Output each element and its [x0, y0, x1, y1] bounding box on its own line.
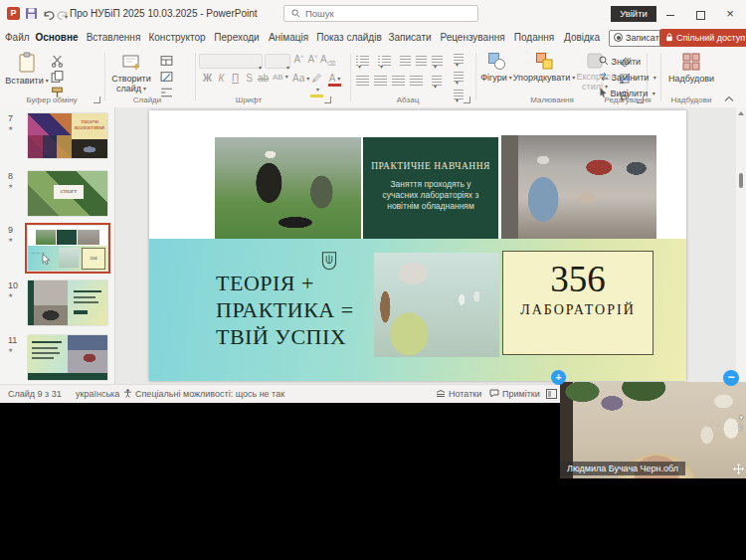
align-text-icon[interactable] [454, 72, 464, 82]
close-button[interactable]: × [716, 0, 744, 28]
clipboard-dialog-launcher[interactable] [93, 96, 100, 103]
ribbon: Вставити Буфер обміну Створити слайд [0, 50, 746, 108]
clear-formatting-icon[interactable]: А⌫ [320, 54, 333, 67]
tab-home[interactable]: Основне [34, 28, 80, 52]
grow-font-icon[interactable]: А˄ [292, 54, 305, 65]
tab-review[interactable]: Рецензування [438, 28, 507, 50]
text-direction-icon[interactable] [454, 54, 464, 64]
tab-animations[interactable]: Анімація [266, 28, 311, 50]
letterbox-bottom [0, 479, 746, 560]
tab-insert[interactable]: Вставлення [86, 28, 141, 50]
camera-chevron-icon[interactable]: ▾ [739, 414, 743, 422]
justify-icon[interactable] [410, 76, 423, 86]
slide-thumbnail[interactable] [28, 335, 107, 380]
find-button[interactable]: Знайти [599, 56, 641, 67]
new-slide-button[interactable]: Створити слайд [109, 52, 153, 93]
tab-record[interactable]: Записати [387, 28, 433, 50]
smartart-icon[interactable] [454, 90, 464, 99]
text-shadow-button[interactable]: S [243, 73, 256, 84]
bullets-button[interactable] [356, 56, 369, 66]
window-title: Про НУБіП 2025 10.03.2025 - PowerPoint [70, 8, 258, 19]
move-overlay-icon[interactable] [733, 464, 744, 474]
underline-button[interactable]: П [229, 73, 242, 84]
line-spacing-icon[interactable] [432, 56, 443, 66]
slide-image-laboratory[interactable] [374, 253, 499, 357]
slide-headline[interactable]: ТЕОРІЯ + ПРАКТИКА = ТВІЙ УСПІХ [216, 270, 354, 350]
slide-thumbnail[interactable]: ТВОРЧІ КОЛЕКТИВИ [28, 113, 107, 158]
slide-canvas[interactable]: ПРАКТИЧНЕ НАВЧАННЯ Заняття проходять у с… [149, 110, 686, 381]
slide-thumbnail-current[interactable]: — — — 356 [28, 226, 107, 271]
addins-button[interactable]: Надбудови [666, 52, 716, 84]
slide-editing-area[interactable]: ПРАКТИЧНЕ НАВЧАННЯ Заняття проходять у с… [115, 107, 736, 384]
overlay-collapse-button[interactable]: − [723, 370, 739, 386]
columns-icon[interactable] [432, 76, 442, 86]
shrink-font-icon[interactable]: А˅ [306, 54, 319, 65]
paste-button[interactable]: Вставити [8, 52, 46, 86]
slide-thumbnail-panel[interactable]: 7 ★ ТВОРЧІ КОЛЕКТИВИ 8 ★ СПОРТ 9 ★ [0, 107, 115, 384]
arrange-button[interactable]: Упорядкувати [515, 52, 573, 83]
align-right-icon[interactable] [392, 76, 405, 86]
align-center-icon[interactable] [374, 76, 387, 86]
search-input[interactable]: Пошук [283, 5, 478, 22]
arrange-icon [535, 52, 554, 71]
save-icon[interactable] [25, 7, 38, 20]
italic-button[interactable]: К [215, 73, 228, 84]
share-button[interactable]: Спільний доступ [659, 29, 746, 47]
camera-resize-icon[interactable]: ⇳ [737, 424, 743, 432]
shapes-button[interactable]: Фігури [479, 52, 513, 83]
highlight-color-button[interactable]: 🖉 [310, 73, 323, 97]
reset-icon[interactable] [159, 70, 174, 84]
webcam-video[interactable]: Людмила Бучача Черн.обл ▾ ⇳ [560, 382, 746, 478]
new-slide-icon [121, 52, 141, 72]
accessibility-status[interactable]: Спеціальні можливості: щось не так [123, 389, 284, 399]
strikethrough-button[interactable]: ab [257, 73, 270, 84]
sign-in-button[interactable]: Увійти [611, 6, 656, 22]
decrease-indent-icon[interactable] [400, 56, 411, 66]
scroll-up-icon[interactable] [738, 111, 744, 115]
tab-help[interactable]: Довідка [561, 28, 603, 50]
copy-icon[interactable] [50, 70, 65, 84]
slide-stat-box[interactable]: 356 ЛАБОРАТОРІЙ [502, 251, 653, 355]
comments-toggle[interactable]: Примітки [489, 389, 540, 399]
tab-transitions[interactable]: Переходи [213, 28, 261, 50]
font-color-button[interactable]: А [328, 73, 341, 87]
tab-slideshow[interactable]: Показ слайдів [316, 28, 382, 50]
titlebar: P Про НУБіП 2025 10.03.2025 - PowerPoint… [0, 0, 746, 28]
collapse-ribbon-icon[interactable] [724, 95, 734, 102]
paragraph-dialog-launcher[interactable] [464, 96, 470, 103]
character-spacing-button[interactable]: АВ [273, 73, 285, 82]
animation-star-icon: ★ [8, 291, 13, 298]
font-name-select[interactable] [199, 54, 263, 69]
undo-icon[interactable] [42, 8, 55, 21]
font-size-select[interactable] [265, 54, 290, 69]
numbering-button[interactable] [378, 56, 391, 66]
qat-customize-icon[interactable] [63, 6, 68, 24]
change-case-button[interactable]: Аа [292, 73, 305, 84]
animation-star-icon: ★ [8, 236, 13, 243]
replace-button[interactable]: Замінити [599, 72, 656, 83]
tab-file[interactable]: Файл [5, 28, 29, 50]
maximize-button[interactable] [686, 0, 714, 28]
tab-view[interactable]: Подання [512, 28, 556, 50]
align-left-icon[interactable] [356, 76, 369, 86]
tab-design[interactable]: Конструктор [146, 28, 208, 50]
vertical-scrollbar[interactable] [736, 107, 746, 384]
slide-thumbnail[interactable] [28, 280, 107, 325]
annotation-add-button[interactable]: + [551, 370, 566, 385]
cut-icon[interactable] [50, 54, 65, 68]
slide-image-drone-training[interactable] [215, 137, 361, 239]
bold-button[interactable]: Ж [201, 73, 214, 84]
language-indicator[interactable]: українська [76, 389, 119, 399]
slide-textbox-practice[interactable]: ПРАКТИЧНЕ НАВЧАННЯ Заняття проходять у с… [363, 137, 498, 239]
slide-thumbnail[interactable]: СПОРТ [28, 171, 107, 216]
accessibility-icon [123, 389, 132, 398]
minimize-button[interactable] [656, 0, 684, 28]
increase-indent-icon[interactable] [416, 56, 427, 66]
normal-view-icon[interactable] [546, 389, 557, 399]
notes-toggle[interactable]: Нотатки [436, 389, 481, 399]
ribbon-tab-bar: Файл Основне Вставлення Конструктор Пере… [0, 28, 746, 50]
scrollbar-thumb[interactable] [739, 173, 743, 188]
layout-icon[interactable] [159, 54, 174, 68]
font-dialog-launcher[interactable] [324, 96, 331, 103]
slide-image-vr-lab[interactable] [501, 135, 656, 239]
